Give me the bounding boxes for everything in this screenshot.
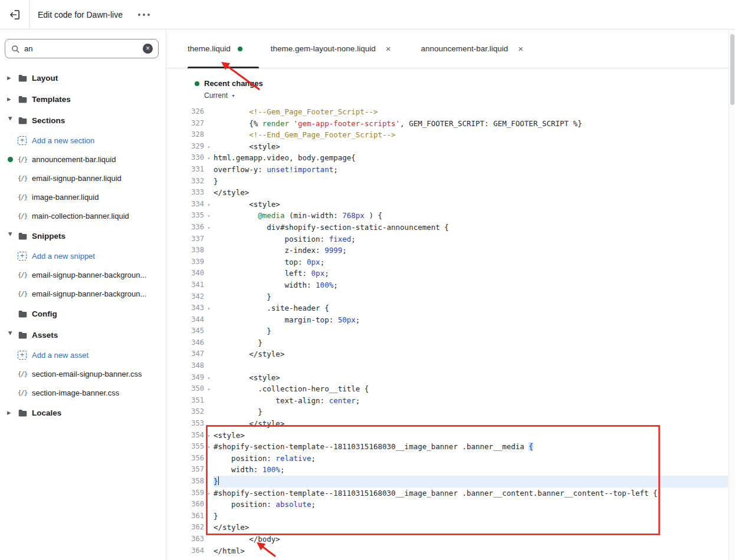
code-line-335[interactable]: 335▾ @media (min-width: 768px ) { [181,210,728,222]
file-search-box[interactable]: × [5,39,159,58]
fold-toggle-icon[interactable]: ▾ [204,199,214,210]
tab-theme-liquid[interactable]: theme.liquid [188,29,242,68]
file-label: section-email-signup-banner.css [32,370,142,378]
scrollbar-thumb[interactable] [730,34,734,105]
code-line-328[interactable]: 328 <!--End_Gem_Page_Footer_Script--> [181,129,728,141]
line-number: 334 [181,199,204,210]
caret-icon[interactable]: ▶ [8,232,14,243]
folder-assets[interactable]: ▶Assets [0,324,166,345]
file-item-announcement-bar-liquid[interactable]: {/}announcement-bar.liquid [0,150,166,169]
fold-toggle-icon[interactable]: ▾ [204,210,214,222]
code-line-363[interactable]: 363 </body> [181,533,728,545]
code-line-348[interactable]: 348 [181,360,728,372]
add-new-button-add-a-new-section[interactable]: +Add a new section [0,131,166,150]
code-line-360[interactable]: 360 position: absolute; [181,499,728,510]
code-file-icon: {/} [18,370,32,377]
code-line-346[interactable]: 346 } [181,337,728,349]
code-line-352[interactable]: 352 } [181,406,728,418]
code-line-357[interactable]: 357 width: 100%; [181,464,728,476]
code-line-339[interactable]: 339 top: 0px; [181,256,728,268]
code-line-330[interactable]: 330▾html.gemapp.video, body.gempage{ [181,152,728,164]
fold-spacer [204,533,214,545]
code-editor[interactable]: 326 <!--Gem_Page_Footer_Script-->327 {% … [181,106,728,556]
code-line-355[interactable]: 355▾#shopify-section-template--181103151… [181,441,728,453]
fold-toggle-icon[interactable]: ▾ [204,302,214,314]
caret-icon[interactable]: ▶ [8,331,14,342]
code-line-364[interactable]: 364</html> [181,545,728,557]
folder-sections[interactable]: ▶Sections [0,110,166,131]
fold-toggle-icon[interactable]: ▾ [204,222,214,233]
exit-code-editor-button[interactable] [5,5,24,24]
code-line-361[interactable]: 361} [181,510,728,522]
code-line-356[interactable]: 356 position: relative; [181,453,728,465]
more-options-button[interactable] [136,9,152,21]
caret-icon[interactable]: ▶ [7,410,18,416]
fold-spacer [204,325,214,337]
search-input[interactable] [24,44,139,53]
code-line-350[interactable]: 350▾ .collection-hero__title { [181,383,728,395]
caret-icon[interactable]: ▶ [7,97,18,102]
code-line-340[interactable]: 340 left: 0px; [181,268,728,279]
file-item-email-signup-banner-backgroun[interactable]: {/}email-signup-banner-backgroun... [0,284,166,303]
code-line-345[interactable]: 345 } [181,325,728,337]
code-file-icon: {/} [18,212,32,219]
add-new-button-add-a-new-asset[interactable]: +Add a new asset [0,345,166,364]
tab-theme-gem-layout-none-liquid[interactable]: theme.gem-layout-none.liquid× [271,29,393,68]
code-line-331[interactable]: 331overflow-y: unset!important; [181,164,728,176]
code-line-337[interactable]: 337 position: fixed; [181,233,728,245]
tab-announcement-bar-liquid[interactable]: announcement-bar.liquid× [421,29,525,68]
fold-toggle-icon[interactable]: ▾ [204,372,214,384]
clear-search-icon[interactable]: × [143,44,153,54]
line-number: 362 [181,522,204,533]
file-item-email-signup-banner-backgroun[interactable]: {/}email-signup-banner-backgroun... [0,265,166,284]
file-item-image-banner-liquid[interactable]: {/}image-banner.liquid [0,187,166,206]
code-line-333[interactable]: 333</style> [181,187,728,199]
code-line-329[interactable]: 329▾ <style> [181,141,728,153]
code-line-336[interactable]: 336▾ div#shopify-section-static-announce… [181,222,728,233]
fold-toggle-icon[interactable]: ▾ [204,430,214,442]
caret-icon[interactable]: ▶ [8,117,14,127]
code-line-349[interactable]: 349▾ <style> [181,372,728,384]
code-line-353[interactable]: 353 </style> [181,418,728,430]
code-line-362[interactable]: 362</style> [181,522,728,533]
file-item-section-image-banner-css[interactable]: {/}section-image-banner.css [0,383,166,402]
code-line-347[interactable]: 347 </style> [181,348,728,360]
fold-toggle-icon[interactable]: ▾ [204,487,214,499]
code-line-342[interactable]: 342 } [181,291,728,303]
file-item-section-email-signup-banner-css[interactable]: {/}section-email-signup-banner.css [0,364,166,383]
fold-toggle-icon[interactable]: ▾ [204,141,214,153]
code-line-343[interactable]: 343▾ .site-header { [181,302,728,314]
code-line-359[interactable]: 359▾#shopify-section-template--181103151… [181,487,728,499]
code-line-354[interactable]: 354▾<style> [181,430,728,442]
code-line-326[interactable]: 326 <!--Gem_Page_Footer_Script--> [181,106,728,118]
code-line-334[interactable]: 334▾ <style> [181,199,728,210]
code-line-327[interactable]: 327 {% render 'gem-app-footer-scripts', … [181,118,728,130]
file-item-main-collection-banner-liquid[interactable]: {/}main-collection-banner.liquid [0,206,166,225]
caret-icon[interactable]: ▶ [7,75,18,81]
code-token-plain [214,107,249,116]
close-tab-icon[interactable]: × [516,43,525,54]
fold-toggle-icon[interactable]: ▾ [204,441,214,453]
line-number: 356 [181,453,204,465]
code-line-332[interactable]: 332} [181,176,728,187]
folder-layout[interactable]: ▶Layout [0,67,166,88]
version-selector[interactable]: Current ▼ [204,91,263,100]
folder-config[interactable]: Config [0,303,166,324]
folder-label: Templates [32,95,71,104]
folder-locales[interactable]: ▶Locales [0,402,166,423]
code-file-icon: {/} [18,290,32,297]
code-line-358[interactable]: 358} [181,476,728,487]
fold-toggle-icon[interactable]: ▾ [204,152,214,164]
code-line-351[interactable]: 351 text-align: center; [181,395,728,407]
code-line-344[interactable]: 344 margin-top: 50px; [181,314,728,326]
close-tab-icon[interactable]: × [384,43,393,54]
code-line-338[interactable]: 338 z-index: 9999; [181,245,728,256]
add-new-button-add-a-new-snippet[interactable]: +Add a new snippet [0,246,166,265]
code-token-value: 9999 [324,246,342,255]
code-line-341[interactable]: 341 width: 100%; [181,279,728,291]
folder-snippets[interactable]: ▶Snippets [0,225,166,246]
file-item-email-signup-banner-liquid[interactable]: {/}email-signup-banner.liquid [0,169,166,187]
fold-toggle-icon[interactable]: ▾ [204,383,214,395]
folder-templates[interactable]: ▶Templates [0,88,166,110]
vertical-scrollbar[interactable] [729,29,735,560]
